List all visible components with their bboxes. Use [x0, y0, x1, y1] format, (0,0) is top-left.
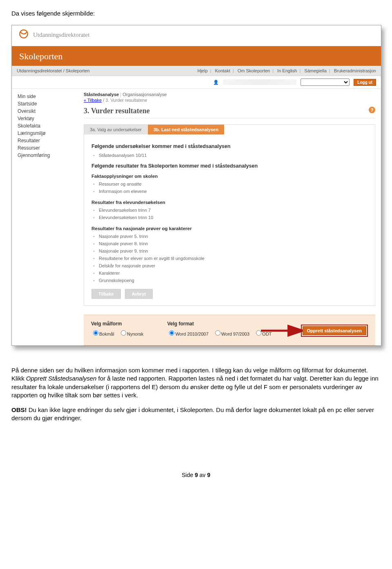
- radio-word97[interactable]: Word 97/2003: [213, 332, 249, 336]
- label-malform: Velg målform: [91, 321, 147, 327]
- list-nasj: Nasjonale prøver 5. trinn Nasjonale prøv…: [91, 233, 368, 284]
- step-tab-3b[interactable]: 3b. Last ned ståstedsanalysen: [148, 125, 225, 134]
- sidebar-item-laeringsmiljo[interactable]: Læringsmiljø: [18, 130, 81, 137]
- sidebar-item-ressurser[interactable]: Ressurser: [18, 144, 81, 152]
- tab-stastedsanalyse[interactable]: Ståstedsanalyse: [84, 92, 119, 97]
- screenshot-container: Utdanningsdirektoratet Skoleporten Utdan…: [11, 25, 381, 346]
- radio-nynorsk[interactable]: Nynorsk: [119, 332, 143, 336]
- sidebar-item-skolefakta[interactable]: Skolefakta: [18, 122, 81, 130]
- tab-organisasjonsanalyse[interactable]: Organisasjonsanalyse: [122, 92, 167, 97]
- results-panel: 3a. Valg av undersøkelser 3b. Last ned s…: [84, 124, 375, 306]
- sidebar-item-verktoy[interactable]: Verktøy: [18, 115, 81, 122]
- site-banner: Skoleporten: [12, 46, 381, 66]
- sidebar-item-minside[interactable]: Min side: [18, 93, 81, 100]
- create-button-highlight: Opprett ståstedsanalysen: [301, 325, 368, 337]
- context-select[interactable]: [301, 78, 350, 86]
- back-trail: / 3. Vurder resultatene: [102, 98, 147, 103]
- list-item: Delskår for nasjonale prøver: [93, 262, 368, 269]
- list-item: Nasjonale prøver 8. trinn: [93, 240, 368, 247]
- list-item: Nasjonale prøver 5. trinn: [93, 233, 368, 240]
- logo-bar: Utdanningsdirektoratet: [12, 25, 381, 46]
- list-item: Grunnskolepoeng: [93, 277, 368, 284]
- sidebar-item-resultater[interactable]: Resultater: [18, 137, 81, 144]
- user-row: 👤 Logg ut: [12, 76, 381, 89]
- heading-surveys: Følgende undersøkelser kommer med i stås…: [91, 143, 368, 149]
- intro-text: Da vises følgende skjermbilde:: [11, 10, 381, 17]
- subheading-facts: Faktaopplysninger om skolen: [91, 174, 368, 179]
- sidebar-item-gjennomforing[interactable]: Gjennomføring: [18, 152, 81, 159]
- udir-logo-icon: [18, 29, 29, 41]
- section-title: 3. Vurder resultatene: [84, 107, 150, 115]
- paragraph-1: På denne siden ser du hvilken informasjo…: [11, 366, 381, 399]
- top-link-english[interactable]: In English: [277, 68, 297, 73]
- top-link-useradmin[interactable]: Brukeradministrasjon: [334, 68, 376, 73]
- top-link-help[interactable]: Hjelp: [197, 68, 207, 73]
- analysis-tabs: Ståstedsanalyse | Organisasjonsanalyse: [84, 92, 375, 97]
- label-format: Velg format: [167, 321, 275, 327]
- list-item: Elevundersøkelsen trinn 7: [93, 206, 368, 214]
- top-link-about[interactable]: Om Skoleporten: [238, 68, 270, 73]
- list-elev: Elevundersøkelsen trinn 7 Elevundersøkel…: [91, 206, 368, 221]
- paragraph-2: OBS! Du kan ikke lagre endringer du selv…: [11, 406, 381, 423]
- radio-word2010[interactable]: Word 2010/2007: [167, 332, 208, 336]
- list-item: Ressurser og ansatte: [93, 180, 368, 188]
- list-item: Nasjonale prøver 9. trinn: [93, 247, 368, 255]
- top-links: Hjelp Kontakt Om Skoleporten In English …: [197, 68, 376, 73]
- breadcrumb: Utdanningsdirektoratet / Skoleporten: [17, 68, 90, 73]
- logout-button[interactable]: Logg ut: [354, 79, 376, 86]
- sidebar: Min side Startside Oversikt Verktøy Skol…: [12, 89, 81, 345]
- top-bar: Utdanningsdirektoratet / Skoleporten Hje…: [12, 66, 381, 76]
- step-tab-3a[interactable]: 3a. Valg av undersøkelser: [84, 125, 148, 134]
- heading-results: Følgende resultater fra Skoleporten komm…: [91, 163, 368, 169]
- back-button[interactable]: Tilbake: [91, 289, 121, 299]
- subheading-nasj: Resultater fra nasjonale prøver og karak…: [91, 226, 368, 231]
- help-icon[interactable]: ?: [369, 107, 375, 113]
- list-surveys: Ståstedsanalysen 10/11: [91, 152, 368, 159]
- list-item: Informasjon om elevene: [93, 188, 368, 195]
- page-footer: Side 9 av 9: [11, 472, 381, 478]
- sidebar-item-oversikt[interactable]: Oversikt: [18, 108, 81, 115]
- download-options: Velg målform Bokmål Nynorsk Velg format …: [84, 315, 375, 345]
- list-item: Ståstedsanalysen 10/11: [93, 152, 368, 159]
- sidebar-item-startside[interactable]: Startside: [18, 100, 81, 108]
- user-name-redacted: [223, 79, 296, 85]
- list-facts: Ressurser og ansatte Informasjon om elev…: [91, 180, 368, 195]
- list-item: Resultatene for elever som er avgitt til…: [93, 255, 368, 262]
- list-item: Karakterer: [93, 269, 368, 277]
- logo-text: Utdanningsdirektoratet: [33, 31, 89, 38]
- top-link-contact[interactable]: Kontakt: [215, 68, 230, 73]
- radio-odt[interactable]: ODT: [254, 332, 272, 336]
- user-icon: 👤: [213, 80, 219, 85]
- subheading-elev: Resultater fra elevundersøkelsen: [91, 200, 368, 205]
- cancel-button[interactable]: Avbryt: [125, 289, 153, 299]
- radio-bokmal[interactable]: Bokmål: [91, 332, 114, 336]
- list-item: Elevundersøkelsen trinn 10: [93, 214, 368, 221]
- top-link-sami[interactable]: Sámegiella: [304, 68, 326, 73]
- back-link[interactable]: « Tilbake: [84, 98, 102, 103]
- create-stastedsanalyse-button[interactable]: Opprett ståstedsanalysen: [303, 326, 367, 335]
